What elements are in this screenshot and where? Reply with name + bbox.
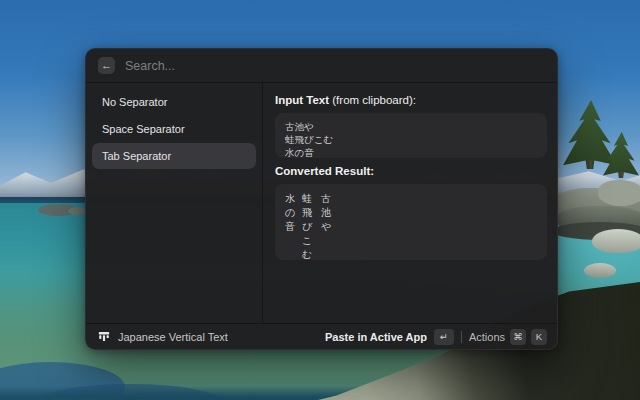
converted-result-label: Converted Result: [275,165,547,177]
converted-cell: 水 [285,192,302,206]
sidebar-item[interactable]: No Separator [92,89,256,115]
search-input[interactable] [125,59,545,73]
detail-panel: Input Text (from clipboard): 古池や蛙飛びこむ水の音… [263,83,557,323]
sidebar-item[interactable]: Space Separator [92,116,256,142]
input-text-line: 古池や [285,120,537,133]
converted-cell: 池 [321,206,338,220]
converted-cell: む [302,248,319,262]
back-button[interactable]: ← [98,57,115,74]
converted-row: む [285,248,537,262]
converted-cell: 古 [321,192,338,206]
converted-cell: の [285,206,302,220]
action-bar-right: Paste in Active App ↵ Actions ⌘ K [325,329,547,345]
converted-cell: 飛 [302,206,319,220]
return-key-icon: ↵ [434,329,454,345]
command-key-icon: ⌘ [510,329,526,345]
converted-result-box: 水 蛙 古 の 飛 池 音 び や こ [275,184,547,260]
paste-in-active-app-label: Paste in Active App [325,331,427,343]
converted-cell: や [321,220,338,234]
paste-in-active-app-button[interactable]: Paste in Active App ↵ [325,329,454,345]
sidebar-item-label: Tab Separator [102,150,171,162]
input-text-line: 蛙飛びこむ [285,133,537,146]
converted-row: 音 び や [285,220,537,234]
extension-name: Japanese Vertical Text [118,331,228,343]
input-text-line: 水の音 [285,146,537,159]
water-rock [584,263,616,278]
action-bar: Japanese Vertical Text Paste in Active A… [86,323,557,349]
input-text-box: 古池や蛙飛びこむ水の音 [275,113,547,158]
actions-label: Actions [469,331,505,343]
converted-row: 水 蛙 古 [285,192,537,206]
back-arrow-icon: ← [101,57,112,74]
search-header: ← [86,49,557,83]
launcher-window: ← No Separator Space Separator Tab Separ… [85,48,558,350]
separator-options-list: No Separator Space Separator Tab Separat… [86,83,263,323]
input-text-label: Input Text (from clipboard): [275,94,547,106]
converted-cell: 音 [285,220,302,234]
sidebar-item[interactable]: Tab Separator [92,143,256,169]
sidebar-item-label: No Separator [102,96,167,108]
converted-row: の 飛 池 [285,206,537,220]
input-text-label-bold: Input Text [275,94,329,106]
converted-row: こ [285,234,537,248]
converted-cell: 蛙 [302,192,319,206]
shore-boulder [598,180,640,206]
window-body: No Separator Space Separator Tab Separat… [86,83,557,323]
k-key-icon: K [531,329,547,345]
water-rock [592,229,640,253]
footer-divider [461,331,462,343]
vertical-text-icon [98,331,110,343]
input-text-label-note: (from clipboard): [329,94,416,106]
actions-button[interactable]: Actions ⌘ K [469,329,547,345]
sidebar-item-label: Space Separator [102,123,185,135]
distant-rock [68,207,86,215]
converted-cell: び [302,220,319,234]
converted-cell: こ [302,234,319,248]
